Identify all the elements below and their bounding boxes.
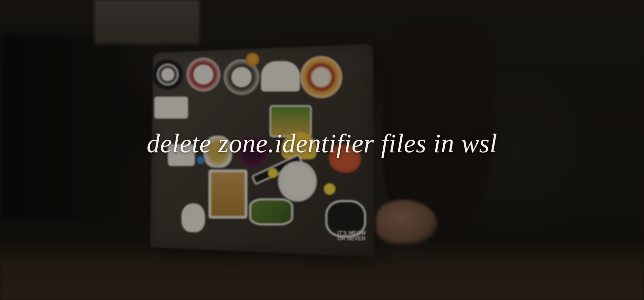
page-title: delete zone.identifier files in wsl	[0, 128, 644, 159]
